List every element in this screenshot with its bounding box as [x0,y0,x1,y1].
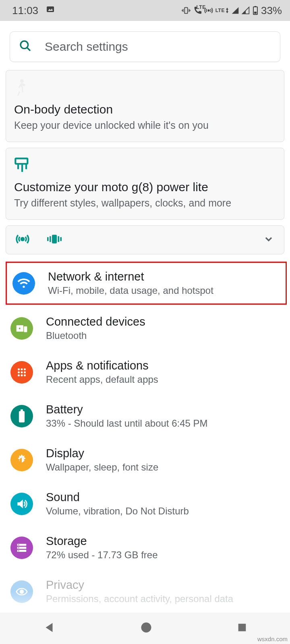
vibrate-icon [182,6,191,15]
suggestion-subtitle: Try different styles, wallpapers, clocks… [14,197,276,209]
svg-rect-15 [254,12,257,14]
setting-sound[interactable]: Sound Volume, vibration, Do Not Disturb [0,482,290,526]
setting-apps-notifications[interactable]: Apps & notifications Recent apps, defaul… [0,350,290,394]
svg-point-18 [20,79,24,83]
setting-battery[interactable]: Battery 33% - Should last until about 6:… [0,394,290,438]
watermark: wsxdn.com [257,636,288,642]
picture-icon [46,4,55,17]
svg-point-35 [18,371,20,373]
setting-display[interactable]: Display Wallpaper, sleep, font size [0,438,290,482]
svg-point-48 [18,547,19,548]
chevron-down-icon [263,233,274,246]
search-placeholder: Search settings [45,40,128,54]
setting-storage[interactable]: Storage 72% used - 17.73 GB free [0,526,290,570]
setting-title: Storage [46,535,158,548]
battery-icon [10,405,33,427]
svg-rect-19 [15,159,27,164]
svg-rect-27 [47,237,49,241]
svg-rect-0 [47,6,54,12]
walk-icon [14,79,276,97]
svg-rect-41 [19,411,25,422]
lte-label: LTE [196,4,205,10]
svg-point-50 [20,589,24,594]
svg-point-52 [141,623,151,633]
setting-subtitle: 72% used - 17.73 GB free [46,549,158,561]
navigation-bar [0,613,290,644]
svg-rect-25 [50,236,51,242]
svg-rect-28 [60,237,62,241]
privacy-icon [10,580,33,603]
setting-subtitle: Volume, vibration, Do Not Disturb [46,506,189,517]
svg-point-38 [18,374,20,376]
svg-rect-26 [58,236,59,242]
svg-point-32 [18,368,20,370]
suggestion-subtitle: Keep your device unlocked while it's on … [14,120,276,131]
setting-title: Network & internet [48,270,213,283]
svg-rect-2 [184,8,187,14]
apps-icon [10,361,33,384]
svg-point-23 [21,237,24,240]
storage-icon [10,537,33,559]
setting-title: Display [46,447,158,460]
setting-title: Sound [46,491,189,504]
wifi-icon [12,272,35,295]
svg-point-16 [21,41,28,49]
settings-list: Network & internet Wi-Fi, mobile, data u… [0,262,290,613]
svg-point-39 [21,374,23,376]
svg-marker-12 [242,10,246,14]
setting-subtitle: Wi-Fi, mobile, data usage, and hotspot [48,285,213,296]
paint-roller-icon [14,157,276,175]
svg-rect-42 [21,409,23,412]
svg-point-40 [24,374,26,376]
volume-icon [10,493,33,515]
svg-marker-10 [232,7,239,14]
setting-title: Battery [46,403,208,416]
nav-back-button[interactable] [42,621,56,636]
brightness-icon [10,449,33,471]
battery-icon [252,6,259,15]
svg-point-34 [24,368,26,370]
setting-subtitle: Bluetooth [46,330,145,341]
svg-point-36 [21,371,23,373]
svg-rect-30 [24,326,27,332]
volte-call-icon: LTE [193,6,202,15]
setting-privacy[interactable]: Privacy Permissions, account activity, p… [0,570,290,613]
suggestion-on-body-detection[interactable]: On-body detection Keep your device unloc… [6,70,284,142]
hotspot-icon [16,232,29,248]
svg-marker-9 [226,10,228,13]
svg-marker-8 [226,8,228,10]
setting-title: Apps & notifications [46,359,158,372]
svg-rect-24 [52,235,57,244]
status-time: 11:03 [12,4,38,17]
search-icon [19,39,32,54]
svg-point-31 [19,328,21,329]
search-settings[interactable]: Search settings [10,31,280,62]
suggestion-title: Customize your moto g(8) power lite [14,180,276,194]
svg-point-47 [18,544,19,545]
lte-label-2: LTE [215,8,229,13]
setting-network-internet[interactable]: Network & internet Wi-Fi, mobile, data u… [6,262,287,305]
svg-line-17 [27,47,30,51]
setting-subtitle: Wallpaper, sleep, font size [46,462,158,473]
setting-subtitle: Permissions, account activity, personal … [46,593,233,605]
svg-point-33 [21,368,23,370]
svg-point-49 [18,550,19,551]
setting-title: Connected devices [46,315,145,328]
setting-subtitle: Recent apps, default apps [46,374,158,385]
setting-subtitle: 33% - Should last until about 6:45 PM [46,418,208,429]
nav-recent-button[interactable] [236,622,248,635]
svg-marker-51 [46,623,52,632]
status-bar: 11:03 LTE LTE 33% [0,0,290,21]
battery-percentage: 33% [261,4,282,17]
quick-toggles-row[interactable] [6,225,284,254]
signal-icon-2 [242,6,250,14]
svg-point-7 [208,10,209,11]
nav-home-button[interactable] [140,621,152,635]
setting-connected-devices[interactable]: Connected devices Bluetooth [0,306,290,350]
suggestion-title: On-body detection [14,103,276,116]
devices-icon [10,317,33,340]
svg-rect-53 [238,624,246,632]
signal-icon-1 [231,6,239,14]
suggestion-customize[interactable]: Customize your moto g(8) power lite Try … [6,148,284,220]
svg-rect-14 [255,6,256,7]
